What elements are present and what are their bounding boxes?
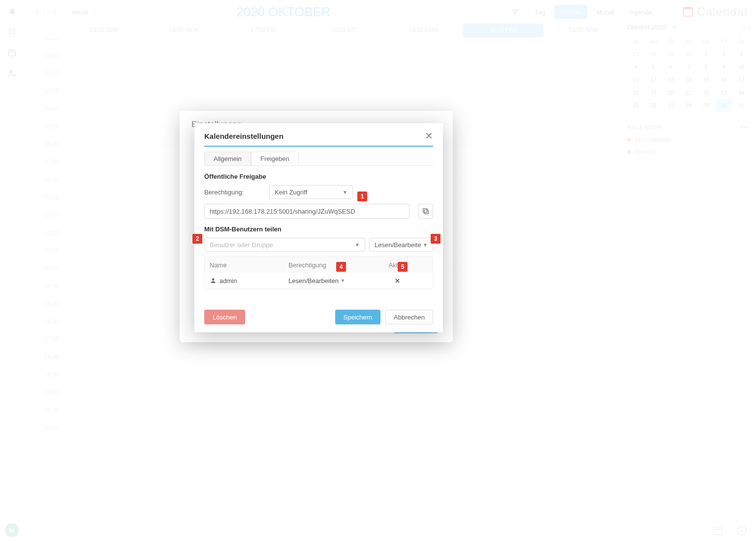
callout-1: 1 xyxy=(357,192,367,201)
col-name: Name xyxy=(205,261,284,269)
share-url-input[interactable] xyxy=(204,204,410,219)
tab-freigeben[interactable]: Freigeben xyxy=(251,152,299,165)
close-icon[interactable]: ✕ xyxy=(425,130,433,142)
callout-2: 2 xyxy=(192,234,202,244)
col-perm: Berechtigung xyxy=(284,261,362,269)
permission-label: Berechtigung: xyxy=(204,189,263,196)
copy-button[interactable] xyxy=(418,204,433,219)
share-table: Name Berechtigung Aktion admin Lesen/Bea… xyxy=(204,256,433,289)
row-name: admin xyxy=(220,277,237,285)
cancel-button[interactable]: Abbrechen xyxy=(385,310,433,324)
callout-3: 3 xyxy=(431,234,441,244)
permission-dropdown[interactable]: Kein Zugriff▼ xyxy=(269,185,353,199)
callout-4: 4 xyxy=(336,262,346,272)
tab-allgemein[interactable]: Allgemein xyxy=(204,152,251,165)
callout-5: 5 xyxy=(398,262,408,272)
row-delete-icon[interactable]: ✕ xyxy=(395,277,400,285)
row-perm-dropdown[interactable]: Lesen/Bearbeiten▼ xyxy=(288,277,357,285)
table-row: admin Lesen/Bearbeiten▼ ✕ xyxy=(205,273,433,288)
svg-point-9 xyxy=(212,278,215,281)
calendar-settings-modal: Kalendereinstellungen ✕ Allgemein Freige… xyxy=(194,123,443,332)
svg-rect-8 xyxy=(423,209,427,213)
access-dropdown[interactable]: Lesen/Bearbeiten▼ xyxy=(369,238,433,252)
user-icon xyxy=(210,277,217,284)
modal-title: Kalendereinstellungen xyxy=(204,132,284,140)
save-button[interactable]: Speichern xyxy=(335,310,381,324)
user-group-dropdown[interactable]: Benutzer oder Gruppe▼ xyxy=(204,238,365,252)
delete-button[interactable]: Löschen xyxy=(204,310,245,324)
svg-rect-7 xyxy=(424,210,428,214)
section-public-share: Öffentliche Freigabe xyxy=(204,173,433,180)
section-dsm-share: Mit DSM-Benutzern teilen xyxy=(204,225,433,233)
